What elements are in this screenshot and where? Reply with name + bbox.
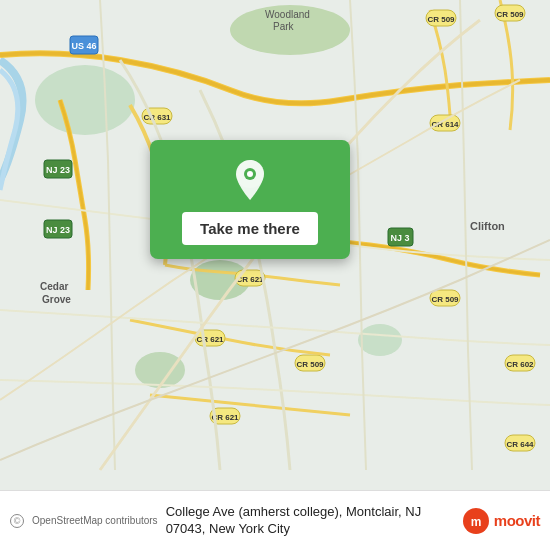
svg-text:US 46: US 46: [71, 41, 96, 51]
openstreetmap-attribution: OpenStreetMap contributors: [32, 515, 158, 526]
map-view: Woodland Park Cedar Grove Clifton US 46 …: [0, 0, 550, 490]
svg-text:CR 631: CR 631: [143, 113, 171, 122]
moovit-logo: m moovit: [462, 507, 540, 535]
svg-text:Clifton: Clifton: [470, 220, 505, 232]
svg-point-4: [358, 324, 402, 356]
svg-text:CR 644: CR 644: [506, 440, 534, 449]
svg-text:Park: Park: [273, 21, 295, 32]
svg-text:m: m: [470, 515, 481, 529]
svg-point-43: [247, 171, 253, 177]
copyright-icon: ©: [10, 514, 24, 528]
svg-point-3: [135, 352, 185, 388]
location-address: College Ave (amherst college), Montclair…: [166, 504, 454, 538]
svg-text:CR 602: CR 602: [506, 360, 534, 369]
moovit-brand-text: moovit: [494, 512, 540, 529]
svg-text:Woodland: Woodland: [265, 9, 310, 20]
svg-text:Cedar: Cedar: [40, 281, 68, 292]
svg-text:NJ 23: NJ 23: [46, 165, 70, 175]
svg-text:CR 509: CR 509: [427, 15, 455, 24]
moovit-brand-icon: m: [462, 507, 490, 535]
svg-text:Grove: Grove: [42, 294, 71, 305]
svg-text:NJ 23: NJ 23: [46, 225, 70, 235]
svg-text:CR 509: CR 509: [496, 10, 524, 19]
svg-text:CR 621: CR 621: [196, 335, 224, 344]
take-me-there-button[interactable]: Take me there: [182, 212, 318, 245]
svg-point-1: [35, 65, 135, 135]
svg-text:CR 509: CR 509: [431, 295, 459, 304]
svg-text:CR 509: CR 509: [296, 360, 324, 369]
svg-text:NJ 3: NJ 3: [390, 233, 409, 243]
take-me-there-overlay[interactable]: Take me there: [150, 140, 350, 259]
bottom-bar: © OpenStreetMap contributors College Ave…: [0, 490, 550, 550]
location-pin-icon: [232, 158, 268, 202]
